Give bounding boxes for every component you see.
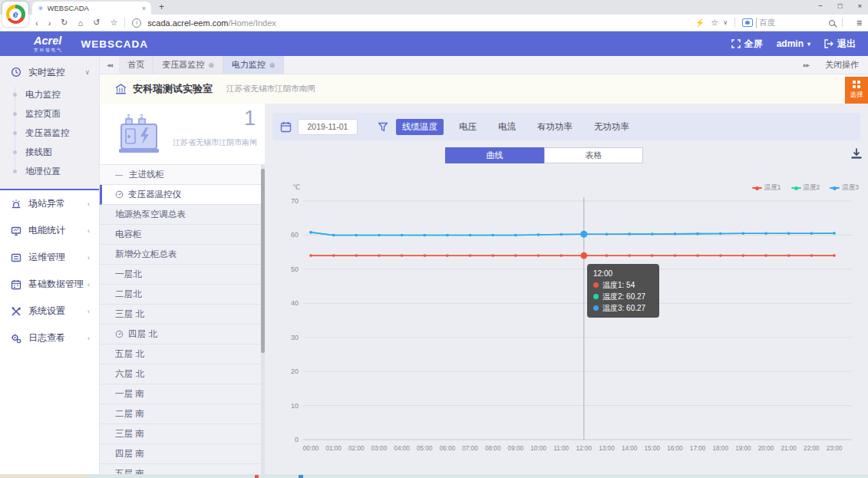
bookmark-star-icon[interactable]: ☆ xyxy=(110,18,117,28)
back-icon[interactable]: ‹ xyxy=(35,18,38,28)
user-menu[interactable]: admin ▾ xyxy=(777,38,810,49)
device-list-item[interactable]: 地源热泵空调总表 xyxy=(100,205,265,225)
chart-canvas[interactable]: 010203040506070℃00:0001:0002:0003:0004:0… xyxy=(265,173,868,460)
search-engine-icon[interactable] xyxy=(742,18,753,27)
sidebar-subitem[interactable]: 接线图 xyxy=(0,143,99,162)
tooltip-time: 12:00 xyxy=(593,268,653,279)
maximize-button[interactable]: □ xyxy=(838,2,843,10)
undo-icon[interactable]: ↺ xyxy=(93,18,100,28)
new-tab-button[interactable]: + xyxy=(159,2,164,12)
sidebar-item[interactable]: 运维管理‹ xyxy=(0,244,99,271)
logout-icon xyxy=(824,39,833,48)
sidebar-item[interactable]: 日志查看‹ xyxy=(0,325,99,351)
metric-filter-option[interactable]: 电压 xyxy=(453,119,483,135)
svg-text:40: 40 xyxy=(291,299,299,307)
device-list-item[interactable]: —主进线柜 xyxy=(100,165,265,185)
home-icon[interactable]: ⌂ xyxy=(78,18,84,28)
device-list-item-label: 三层 南 xyxy=(115,428,144,440)
url-text[interactable]: scada.acrel-eem.com/Home/Index xyxy=(147,18,276,28)
logout-button[interactable]: 退出 xyxy=(824,38,856,51)
svg-text:20:00: 20:00 xyxy=(758,445,774,452)
device-list-item[interactable]: 四层 北 xyxy=(100,325,265,344)
tab-scroll-left-icon[interactable]: ◀◀ xyxy=(107,62,112,68)
sidebar-subitem[interactable]: 地理位置 xyxy=(0,162,99,181)
device-list-item[interactable]: 六层 北 xyxy=(100,364,265,384)
metric-filter-option[interactable]: 无功功率 xyxy=(588,119,635,135)
device-list-item[interactable]: 变压器温控仪 xyxy=(100,185,265,205)
device-list-item-label: 电容柜 xyxy=(115,229,142,240)
search-engine-label[interactable]: 百度 xyxy=(756,18,775,28)
sidebar-subitem[interactable]: 变压器监控 xyxy=(0,124,99,143)
legend-item[interactable]: 温度3 xyxy=(830,183,859,193)
sidebar-item[interactable]: 基础数据管理‹ xyxy=(0,271,99,298)
page-tab[interactable]: 电力监控⊗ xyxy=(223,56,285,74)
tab-scroll-right-icon[interactable]: ▶▶ xyxy=(804,62,809,68)
sidebar-item-label: 日志查看 xyxy=(28,331,65,344)
select-station-button[interactable]: 选择 xyxy=(845,77,868,104)
divider xyxy=(734,18,735,28)
dropdown-icon[interactable]: ∨ xyxy=(723,19,728,26)
device-list-item-label: 变压器温控仪 xyxy=(128,189,181,200)
legend-item[interactable]: 温度1 xyxy=(752,183,781,193)
sidebar-item-label: 系统设置 xyxy=(28,305,65,318)
calendar-icon[interactable] xyxy=(280,121,292,133)
flash-icon[interactable]: ⚡ xyxy=(695,18,705,27)
sidebar-item[interactable]: 系统设置‹ xyxy=(0,298,99,325)
forward-icon[interactable]: › xyxy=(48,18,51,28)
sidebar-item[interactable]: 电能统计‹ xyxy=(0,217,99,244)
svg-text:12:00: 12:00 xyxy=(576,445,592,452)
minimize-button[interactable]: − xyxy=(818,2,823,10)
device-list-item[interactable]: 一层北 xyxy=(100,265,265,285)
taskbar[interactable] xyxy=(0,474,868,478)
temperature-chart[interactable]: 010203040506070℃00:0001:0002:0003:0004:0… xyxy=(265,173,868,464)
sidebar-item[interactable]: 场站异常‹ xyxy=(0,190,99,217)
device-list-item-label: 一层北 xyxy=(115,269,142,280)
sidebar-item[interactable]: 实时监控∨ xyxy=(0,62,99,82)
device-list-item[interactable]: 二层北 xyxy=(100,285,265,305)
device-list-item[interactable]: 二层 南 xyxy=(100,404,265,424)
station-location: 江苏省无锡市江阴市南闸 xyxy=(226,84,315,94)
page-tab[interactable]: 首页 xyxy=(119,56,153,74)
date-input[interactable] xyxy=(298,119,358,135)
view-toggle-option[interactable]: 曲线 xyxy=(445,147,544,163)
taskbar-app-icon xyxy=(299,475,303,478)
svg-text:20: 20 xyxy=(291,368,299,375)
transformer-icon xyxy=(117,113,161,157)
device-list-item[interactable]: 三层 北 xyxy=(100,305,265,325)
device-list-item[interactable]: 电容柜 xyxy=(100,225,265,245)
browser-tab[interactable]: ✳ WEBSCADA × xyxy=(32,2,151,15)
site-info-icon[interactable]: i xyxy=(132,18,141,28)
metric-filter-option[interactable]: 有功功率 xyxy=(531,119,579,135)
device-list-item[interactable]: 新增分立柜总表 xyxy=(100,245,265,265)
close-button[interactable]: × xyxy=(857,2,862,10)
filter-funnel-icon[interactable] xyxy=(378,122,388,132)
favorite-star-icon[interactable]: ☆ xyxy=(711,18,718,28)
close-operations-button[interactable]: 关闭操作 xyxy=(825,59,859,71)
legend-label: 温度3 xyxy=(842,183,859,193)
metric-filter-option[interactable]: 电流 xyxy=(492,119,522,135)
page-tabs: 首页变压器监控⊗电力监控⊗ xyxy=(119,56,284,74)
sidebar-subitem[interactable]: 电力监控 xyxy=(0,85,99,104)
tab-close-icon[interactable]: ⊗ xyxy=(269,61,276,69)
webscada-app: ✳ WEBSCADA × + − □ × e ‹ › ↻ ⌂ ↺ ☆ i sca… xyxy=(0,0,868,478)
reload-icon[interactable]: ↻ xyxy=(61,18,68,28)
sidebar-subitem[interactable]: 监控页面 xyxy=(0,104,99,124)
device-list-item[interactable]: 五层 北 xyxy=(100,344,265,364)
legend-item[interactable]: 温度2 xyxy=(791,183,820,193)
view-toggle-option[interactable]: 表格 xyxy=(544,147,643,163)
device-list-item[interactable]: 三层 南 xyxy=(100,424,265,444)
chevron-collapsed-icon: ‹ xyxy=(87,308,90,315)
browser-menu-icon[interactable]: ≡ xyxy=(856,18,862,28)
page-tab[interactable]: 变压器监控⊗ xyxy=(153,56,223,74)
grid-icon xyxy=(853,81,860,88)
tab-close-icon[interactable]: ⊗ xyxy=(208,61,214,69)
search-icon[interactable] xyxy=(829,20,835,26)
svg-text:60: 60 xyxy=(291,231,299,239)
view-toggle: 曲线表格 xyxy=(445,147,643,163)
device-list-item[interactable]: 一层 南 xyxy=(100,384,265,404)
fullscreen-button[interactable]: 全屏 xyxy=(731,38,763,51)
metric-filter-option[interactable]: 线缆温度 xyxy=(396,119,444,135)
device-list-item[interactable]: 四层 南 xyxy=(100,444,265,464)
browser-tab-close-icon[interactable]: × xyxy=(142,5,146,12)
download-button[interactable] xyxy=(850,147,863,163)
